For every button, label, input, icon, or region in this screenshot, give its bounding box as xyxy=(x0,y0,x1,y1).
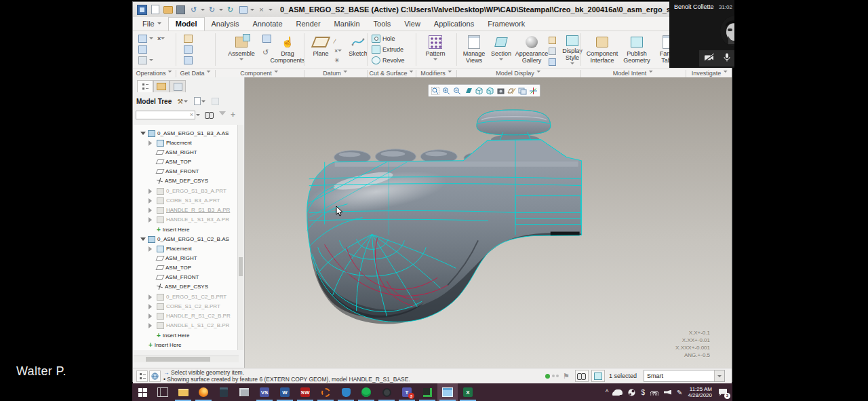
pen-tray-icon[interactable]: ✎ xyxy=(677,389,682,396)
find-tool-button[interactable] xyxy=(575,370,589,382)
active-window-taskbar-icon[interactable] xyxy=(437,383,458,401)
copy-button[interactable] xyxy=(138,45,149,54)
camera-off-icon[interactable] xyxy=(704,52,715,64)
action-center-button[interactable]: 3 xyxy=(719,389,727,396)
creo-taskbar-icon[interactable] xyxy=(417,383,437,401)
shield-app-taskbar-icon[interactable] xyxy=(336,383,356,401)
tab-file[interactable]: File xyxy=(136,18,168,31)
copy-geometry-button[interactable] xyxy=(184,56,195,65)
tree-node[interactable]: CORE_S1_C2_B.PRT xyxy=(149,302,239,311)
group-model-display[interactable]: Model Display xyxy=(496,70,540,77)
selection-filter-dropdown[interactable]: Smart xyxy=(644,370,725,382)
tree-node[interactable]: HANDLE_L_S1_B3_A.PR xyxy=(149,215,239,224)
csys-button[interactable]: ✳ xyxy=(334,56,340,65)
tree-node-hovered[interactable]: HANDLE_R_S1_B3_A.PR xyxy=(149,206,239,214)
window-switch-icon[interactable] xyxy=(238,5,248,15)
manage-views-button[interactable]: Manage Views xyxy=(458,33,490,66)
zoom-in-button[interactable] xyxy=(441,86,452,96)
tree-node-assembly-1[interactable]: 0_ASM_ERGO_S1_B3_A.AS xyxy=(140,129,239,138)
new-file-icon[interactable] xyxy=(150,5,160,15)
tree-node[interactable]: 0_ERGO_S1_B3_A.PRT xyxy=(149,187,239,195)
pattern-button[interactable]: Pattern xyxy=(420,33,451,66)
tree-node[interactable]: 0_ERGO_S1_C2_B.PRT xyxy=(149,292,239,301)
word-taskbar-icon[interactable]: W xyxy=(275,383,295,401)
firefox-taskbar-icon[interactable] xyxy=(193,383,214,401)
teams-taskbar-icon[interactable]: T3 xyxy=(397,383,417,401)
tree-select-button[interactable] xyxy=(212,98,219,105)
redo-caret[interactable] xyxy=(219,9,223,13)
tree-insert-here[interactable]: +Insert Here xyxy=(157,331,239,340)
flag-icon[interactable]: ⚑ xyxy=(563,372,570,381)
sync-app-taskbar-icon[interactable] xyxy=(315,383,336,401)
copy-appearance-button[interactable] xyxy=(549,35,558,45)
graphics-viewport[interactable]: X.X+-0.1 X.XX+-0.01 X.XXX+-0.001 ANG.+-0… xyxy=(245,77,732,368)
publish-geometry-button[interactable]: Publish Geometry xyxy=(620,33,654,66)
qat-customize-caret[interactable] xyxy=(269,9,273,13)
group-modifiers[interactable]: Modifiers xyxy=(420,70,452,77)
open-file-icon[interactable] xyxy=(163,5,173,15)
microphone-icon[interactable] xyxy=(724,52,730,64)
tree-node[interactable]: ASM_DEF_CSYS xyxy=(157,176,239,185)
tab-tools[interactable]: Tools xyxy=(367,18,398,31)
show-hidden-icons-button[interactable]: ^ xyxy=(606,389,609,396)
tree-filters-button[interactable]: ⚒ xyxy=(177,98,189,105)
group-cut-surface[interactable]: Cut & Surface xyxy=(369,70,413,77)
close-window-icon[interactable]: × xyxy=(256,5,267,15)
group-operations[interactable]: Operations xyxy=(136,70,172,77)
tree-node[interactable]: ASM_FRONT xyxy=(157,273,239,282)
save-icon[interactable] xyxy=(176,5,186,15)
group-component[interactable]: Component xyxy=(240,70,278,77)
window-caret[interactable] xyxy=(250,9,254,13)
revolve-button[interactable]: Revolve xyxy=(372,56,405,65)
point-button[interactable]: × xyxy=(334,46,342,56)
get-data-button[interactable] xyxy=(184,45,195,54)
expand-all-icon[interactable]: + xyxy=(231,110,235,119)
display-style-button[interactable]: Display Style xyxy=(557,33,587,66)
clear-search-icon[interactable]: × xyxy=(190,111,193,118)
tree-horizontal-scrollbar[interactable] xyxy=(134,356,239,362)
zoom-out-button[interactable] xyxy=(452,86,462,96)
task-view-button[interactable] xyxy=(153,383,173,401)
photos-taskbar-icon[interactable] xyxy=(234,383,254,401)
spin-center-button[interactable] xyxy=(528,86,538,96)
import-button[interactable] xyxy=(184,34,195,43)
wifi-tray-icon[interactable] xyxy=(650,389,658,396)
tab-manikin[interactable]: Manikin xyxy=(328,18,367,31)
component-interface-button[interactable]: Component Interface xyxy=(584,33,620,66)
section-button[interactable]: Section xyxy=(488,33,514,66)
paste-button[interactable] xyxy=(138,56,153,65)
calculator-taskbar-icon[interactable] xyxy=(214,383,234,401)
undo-icon[interactable]: ↺ xyxy=(189,5,199,15)
spotify-taskbar-icon[interactable] xyxy=(356,383,376,401)
tree-node[interactable]: ASM_TOP xyxy=(157,157,239,166)
find-icon[interactable] xyxy=(205,112,214,118)
onedrive-tray-icon[interactable] xyxy=(614,389,623,395)
group-datum[interactable]: Datum xyxy=(323,70,347,77)
tree-tab-model[interactable] xyxy=(137,80,153,92)
tree-node[interactable]: HANDLE_R_S1_C2_B.PR xyxy=(149,311,239,320)
axis-button[interactable]: ∕ xyxy=(334,37,336,46)
toggle-tree-button[interactable] xyxy=(136,370,148,382)
tree-node[interactable]: ASM_RIGHT xyxy=(157,148,239,157)
regenerate-small-button[interactable]: ↺ xyxy=(262,47,269,57)
regenerate-icon[interactable]: ↻ xyxy=(225,5,235,15)
tree-node[interactable]: ASM_RIGHT xyxy=(157,254,239,263)
tree-node[interactable]: ASM_DEF_CSYS xyxy=(157,282,239,291)
tree-tab-folders[interactable] xyxy=(153,80,170,92)
tree-node[interactable]: HANDLE_L_S1_C2_B.PR xyxy=(149,321,239,330)
drag-components-button[interactable]: ☝ Drag Components xyxy=(271,33,304,66)
paste-special-button[interactable]: × xyxy=(138,34,165,43)
tree-node[interactable]: CORE_S1_B3_A.PRT xyxy=(149,196,239,205)
display-style-toggle-button[interactable] xyxy=(495,86,506,96)
excel-taskbar-icon[interactable]: X xyxy=(458,383,478,401)
tab-model[interactable]: Model xyxy=(168,17,205,31)
tree-node[interactable]: Placement xyxy=(149,244,239,253)
render-scene-button[interactable] xyxy=(549,57,558,66)
search-options-caret[interactable] xyxy=(196,114,200,118)
tab-applications[interactable]: Applications xyxy=(427,18,481,31)
zoom-region-button[interactable] xyxy=(430,86,441,96)
group-model-intent[interactable]: Model Intent xyxy=(613,70,653,77)
tree-node[interactable]: ASM_FRONT xyxy=(157,167,239,176)
redo-icon[interactable]: ↻ xyxy=(207,5,217,15)
currency-tray-icon[interactable]: $ xyxy=(641,389,645,396)
